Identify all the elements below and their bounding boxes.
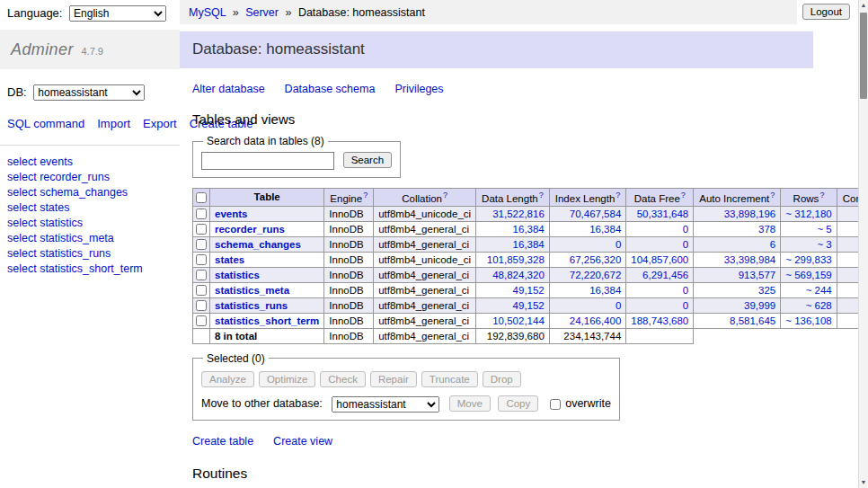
auto-increment-link[interactable]: 33,898,196 [724, 209, 776, 219]
sidebar-item-select-events[interactable]: select events [7, 155, 173, 169]
data-free-link[interactable]: 6,291,456 [642, 270, 688, 280]
index-length-link[interactable]: 0 [616, 239, 621, 250]
link-privileges[interactable]: Privileges [394, 83, 443, 95]
table-link-statistics_runs[interactable]: statistics_runs [215, 300, 288, 311]
sidebar-item-select-schema-changes[interactable]: select schema_changes [7, 185, 173, 200]
sidebar-action-sql-command[interactable]: SQL command [7, 117, 84, 130]
logout-button[interactable]: Logout [802, 4, 850, 20]
table-link-events[interactable]: events [215, 209, 247, 219]
index-length-link[interactable]: 0 [616, 300, 621, 311]
link-create-table[interactable]: Create table [192, 435, 253, 448]
data-length-link[interactable]: 31,522,816 [492, 209, 545, 219]
help-icon[interactable]: ? [681, 191, 686, 200]
optimize-button[interactable]: Optimize [259, 371, 315, 387]
select-all-checkbox[interactable] [196, 192, 207, 203]
check-button[interactable]: Check [320, 371, 366, 387]
row-checkbox-statistics[interactable] [196, 270, 207, 280]
data-length-link[interactable]: 16,384 [513, 224, 545, 235]
sidebar-action-import[interactable]: Import [97, 117, 130, 130]
move-button[interactable]: Move [449, 395, 491, 412]
data-free-link[interactable]: 188,743,680 [631, 315, 688, 326]
overwrite-checkbox[interactable] [550, 399, 561, 410]
sidebar-item-select-statistics-meta[interactable]: select statistics_meta [7, 231, 173, 245]
data-length-link[interactable]: 49,152 [513, 285, 545, 296]
auto-increment-link[interactable]: 325 [758, 285, 775, 296]
scrollbar-thumb[interactable] [860, 13, 867, 99]
help-icon[interactable]: ? [443, 191, 447, 200]
table-link-states[interactable]: states [215, 254, 244, 265]
breadcrumb-mysql-link[interactable]: MySQL [189, 6, 226, 19]
truncate-button[interactable]: Truncate [421, 371, 478, 387]
link-alter-database[interactable]: Alter database [192, 83, 265, 95]
sidebar-item-select-statistics[interactable]: select statistics [7, 216, 173, 230]
data-free-link[interactable]: 0 [683, 239, 688, 250]
table-link-statistics_short_term[interactable]: statistics_short_term [215, 315, 319, 326]
db-select[interactable]: homeassistant [33, 84, 145, 101]
vertical-scrollbar[interactable]: ▲ ▼ [858, 0, 868, 488]
copy-button[interactable]: Copy [498, 395, 538, 412]
sidebar-item-select-statistics-short-term[interactable]: select statistics_short_term [7, 262, 173, 276]
index-length-link[interactable]: 70,467,584 [570, 209, 622, 219]
data-length-link[interactable]: 10,502,144 [492, 315, 545, 326]
data-length-link[interactable]: 101,859,328 [487, 254, 545, 265]
rows-link[interactable]: ~ 569,159 [785, 270, 831, 280]
row-checkbox-events[interactable] [196, 209, 207, 219]
help-icon[interactable]: ? [539, 191, 544, 200]
link-database-schema[interactable]: Database schema [285, 83, 376, 95]
sidebar-action-export[interactable]: Export [143, 117, 177, 130]
breadcrumb-server-link[interactable]: Server [245, 6, 279, 19]
sidebar-item-select-statistics-runs[interactable]: select statistics_runs [7, 246, 173, 261]
index-length-link[interactable]: 72,220,672 [570, 270, 622, 280]
index-length-link[interactable]: 16,384 [589, 285, 621, 296]
auto-increment-link[interactable]: 39,999 [744, 300, 775, 311]
index-length-link[interactable]: 67,256,320 [570, 254, 622, 265]
table-link-schema_changes[interactable]: schema_changes [215, 239, 301, 250]
rows-link[interactable]: ~ 628 [806, 300, 832, 311]
table-link-recorder_runs[interactable]: recorder_runs [215, 224, 285, 235]
data-free-link[interactable]: 0 [683, 224, 688, 235]
sidebar-item-select-recorder-runs[interactable]: select recorder_runs [7, 170, 173, 184]
help-icon[interactable]: ? [616, 191, 620, 200]
move-db-select[interactable]: homeassistant [332, 396, 439, 413]
table-link-statistics[interactable]: statistics [215, 270, 260, 280]
help-icon[interactable]: ? [770, 191, 775, 200]
rows-link[interactable]: ~ 3 [817, 239, 831, 250]
data-length-link[interactable]: 49,152 [513, 300, 545, 311]
data-free-link[interactable]: 0 [683, 300, 688, 311]
index-length-link[interactable]: 24,166,400 [570, 315, 622, 326]
repair-button[interactable]: Repair [370, 371, 417, 387]
row-checkbox-recorder_runs[interactable] [196, 224, 207, 235]
auto-increment-link[interactable]: 8,581,645 [730, 315, 775, 326]
data-free-link[interactable]: 104,857,600 [631, 254, 688, 265]
link-create-view[interactable]: Create view [273, 435, 332, 448]
row-checkbox-statistics_short_term[interactable] [196, 315, 207, 326]
rows-link[interactable]: ~ 244 [806, 285, 832, 296]
data-free-link[interactable]: 50,331,648 [637, 209, 689, 219]
auto-increment-link[interactable]: 6 [770, 239, 775, 250]
row-checkbox-statistics_runs[interactable] [196, 300, 207, 311]
search-button[interactable]: Search [343, 152, 392, 168]
language-select[interactable]: English [69, 5, 166, 22]
data-length-link[interactable]: 16,384 [513, 239, 545, 250]
row-checkbox-statistics_meta[interactable] [196, 285, 207, 296]
help-icon[interactable]: ? [819, 191, 824, 200]
drop-button[interactable]: Drop [483, 371, 521, 387]
sidebar-item-select-states[interactable]: select states [7, 200, 173, 215]
data-length-link[interactable]: 48,824,320 [492, 270, 545, 280]
rows-link[interactable]: ~ 5 [817, 224, 831, 235]
rows-link[interactable]: ~ 299,833 [785, 254, 831, 265]
row-checkbox-states[interactable] [196, 254, 207, 265]
auto-increment-link[interactable]: 33,398,984 [724, 254, 776, 265]
index-length-link[interactable]: 16,384 [589, 224, 621, 235]
analyze-button[interactable]: Analyze [201, 371, 254, 387]
data-free-link[interactable]: 0 [683, 285, 688, 296]
row-checkbox-schema_changes[interactable] [196, 239, 207, 250]
auto-increment-link[interactable]: 913,577 [739, 270, 776, 280]
table-link-statistics_meta[interactable]: statistics_meta [215, 285, 289, 296]
rows-link[interactable]: ~ 136,108 [785, 315, 831, 326]
scroll-up-icon[interactable]: ▲ [859, 0, 868, 11]
search-input[interactable] [201, 152, 334, 170]
scroll-down-icon[interactable]: ▼ [859, 477, 868, 488]
help-icon[interactable]: ? [363, 191, 368, 200]
rows-link[interactable]: ~ 312,180 [785, 209, 831, 219]
